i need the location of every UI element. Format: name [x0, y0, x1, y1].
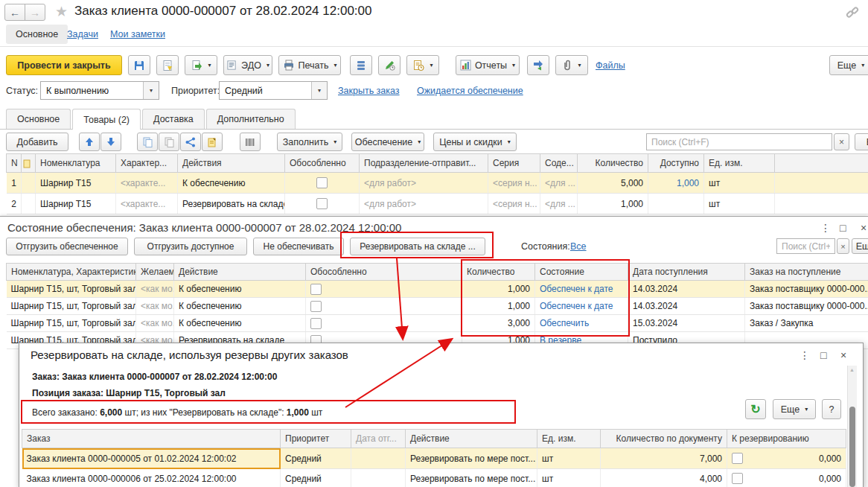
files-link[interactable]: Файлы [596, 60, 625, 71]
supply-table-row[interactable]: Шарнир Т15, шт, Торговый зал <как мо... … [7, 315, 868, 332]
share-button[interactable] [180, 133, 201, 151]
help-button[interactable]: ? [822, 399, 841, 419]
register-icon [356, 60, 366, 71]
priority-select[interactable]: Средний ▾ [219, 81, 328, 100]
scrollbar-thumb[interactable] [849, 407, 855, 487]
paperclip-icon [562, 60, 572, 71]
prices-discounts-button[interactable]: Цены и скидки▾ [433, 133, 517, 151]
close-icon[interactable]: × [840, 350, 846, 360]
separate-checkbox[interactable] [316, 177, 328, 188]
supply-more-button[interactable]: Еще▾ [852, 238, 868, 254]
barcode-scan-button[interactable] [240, 133, 261, 151]
create-based-on-button[interactable]: ▾ [185, 55, 217, 75]
post-button[interactable] [156, 55, 179, 75]
close-icon[interactable]: × [861, 223, 867, 233]
edo-icon [226, 60, 237, 71]
reserve-checkbox[interactable] [732, 453, 743, 464]
items-search-input[interactable] [646, 133, 832, 150]
supply-search-input[interactable] [776, 238, 835, 254]
move-up-button[interactable] [79, 133, 100, 151]
post-document-icon [162, 60, 173, 71]
attachments-button[interactable]: ▾ [555, 55, 588, 75]
status-select[interactable]: К выполнению ▾ [40, 81, 159, 100]
tab-main[interactable]: Основное [6, 25, 68, 44]
reserve-checkbox[interactable] [732, 473, 743, 484]
separate-checkbox[interactable] [310, 301, 322, 312]
reserve-dialog: Резервировать на складе, используя резер… [19, 343, 864, 487]
fill-button[interactable]: Заполнить▾ [277, 133, 342, 151]
items-table-row[interactable]: 2 Шарнир Т15 <характе... Резервировать н… [7, 194, 868, 214]
no-supply-button[interactable]: Не обеспечивать [253, 238, 344, 255]
refresh-button[interactable]: ↻ [745, 399, 766, 419]
menu-icon[interactable]: ⋮ [820, 223, 831, 233]
items-table: N Номенклатура Характер... Действия Обос… [6, 153, 868, 214]
supply-clear-search-button[interactable]: × [837, 238, 849, 254]
tab-additional[interactable]: Дополнительно [206, 109, 296, 129]
supply-table-row[interactable]: Шарнир Т15, шт, Торговый зал <как мо... … [7, 298, 868, 315]
awaiting-supply-link[interactable]: Ожидается обеспечение [417, 86, 523, 96]
ship-supplied-button[interactable]: Отгрузить обеспеченное [6, 238, 128, 255]
tab-tasks[interactable]: Задачи [67, 29, 98, 39]
arrow-up-icon [85, 137, 94, 147]
tab-my-notes[interactable]: Мои заметки [110, 29, 165, 39]
chevron-down-icon: ▾ [311, 82, 327, 99]
edo-button[interactable]: ЭДО▾ [223, 55, 272, 75]
separate-provision-button[interactable] [202, 133, 223, 151]
document-register-button[interactable] [350, 55, 372, 75]
supply-window-title: Состояние обеспечения: Заказ клиента 000… [7, 221, 401, 234]
share-icon [185, 137, 196, 147]
forward-button[interactable]: → [25, 4, 45, 21]
items-more-button[interactable]: Е [855, 133, 868, 150]
supply-table-row[interactable]: Шарнир Т15, шт, Торговый зал <как мо... … [7, 281, 868, 298]
back-button[interactable]: ← [4, 4, 25, 21]
states-all-link[interactable]: Все [570, 241, 587, 252]
supply-menu-button[interactable]: Обеспечение▾ [351, 133, 424, 151]
menu-icon[interactable]: ⋮ [800, 350, 810, 360]
items-table-header[interactable]: N Номенклатура Характер... Действия Обос… [7, 154, 868, 173]
move-down-button[interactable] [100, 133, 121, 151]
paste-row-button[interactable] [159, 133, 179, 151]
items-table-row[interactable]: 1 Шарнир Т15 <характе... К обеспечению <… [7, 173, 868, 194]
tab-order-main[interactable]: Основное [6, 109, 71, 129]
reserve-on-warehouse-button[interactable]: Резервировать на складе ... [350, 238, 485, 255]
chevron-down-icon: ▾ [143, 82, 159, 99]
tab-goods[interactable]: Товары (2) [72, 109, 141, 130]
scroll-up-icon[interactable]: ▲ [849, 367, 855, 372]
separate-checkbox[interactable] [310, 318, 322, 329]
post-and-close-button[interactable]: Провести и закрыть [6, 55, 122, 75]
copy-link-icon[interactable] [846, 6, 859, 19]
save-button[interactable] [128, 55, 150, 75]
supply-table-header[interactable]: Номенклатура, Характеристика, Ед. из... … [7, 264, 868, 281]
reserve-more-button[interactable]: Еще▾ [773, 399, 816, 419]
separate-checkbox[interactable] [310, 284, 322, 295]
business-process-button[interactable] [527, 55, 549, 75]
reminder-button[interactable]: ▾ [406, 55, 439, 75]
state-link[interactable]: Обеспечен к дате [535, 281, 628, 298]
clear-search-button[interactable]: × [834, 133, 849, 150]
maximize-icon[interactable]: □ [840, 223, 846, 233]
reserve-table-row[interactable]: Заказ клиента 0000-000006 от 25.02.2024 … [22, 469, 846, 487]
ship-available-button[interactable]: Отгрузить доступное [134, 238, 247, 255]
separate-checkbox[interactable] [316, 198, 328, 209]
state-link[interactable]: Обеспечен к дате [535, 298, 628, 315]
history-nav: ← → [4, 4, 45, 21]
state-link[interactable]: Обеспечить [535, 315, 628, 332]
vertical-scrollbar[interactable]: ▲ [847, 366, 857, 487]
copy-row-button[interactable] [137, 133, 158, 151]
arrow-down-icon [106, 137, 115, 147]
reserve-table-header[interactable]: Заказ Приоритет Дата отг... Действие Ед.… [22, 430, 846, 448]
edit-task-button[interactable] [378, 55, 401, 75]
favorite-star-icon[interactable]: ★ [55, 3, 68, 20]
status-label: Статус: [6, 86, 38, 96]
maximize-icon[interactable]: □ [820, 350, 826, 360]
close-order-link[interactable]: Закрыть заказ [338, 86, 400, 96]
print-button[interactable]: Печать▾ [278, 55, 341, 75]
tab-delivery[interactable]: Доставка [142, 109, 205, 129]
available-link[interactable]: 1,000 [648, 173, 704, 194]
clear-icon: × [840, 242, 845, 251]
more-button-top[interactable]: Еще▾ [829, 55, 868, 75]
reserve-table-row[interactable]: Заказ клиента 0000-000005 от 01.02.2024 … [22, 448, 846, 469]
reports-button[interactable]: Отчеты▾ [456, 55, 520, 75]
total-ordered-value: 6,000 [100, 407, 122, 418]
add-row-button[interactable]: Добавить [6, 133, 68, 151]
